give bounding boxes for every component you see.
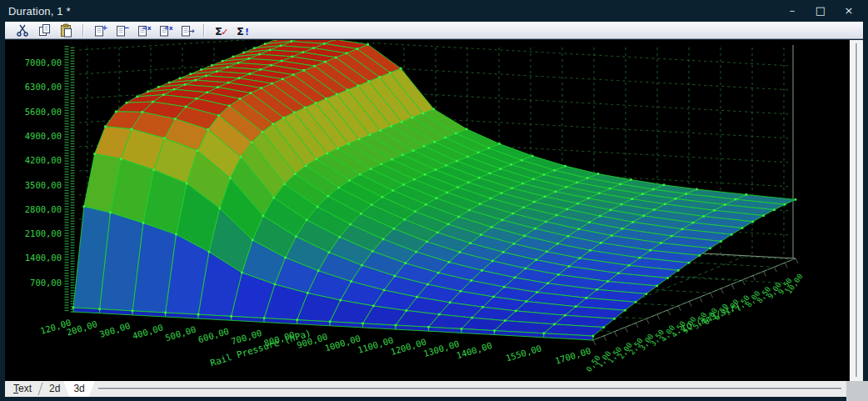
toolbar-button-map-move[interactable]: → [177,23,197,38]
toolbar-button-cut[interactable] [13,23,32,38]
toolbar: +−=x+x→Σ✓Σ! [5,22,863,39]
maximize-button[interactable]: □ [806,0,835,22]
svg-text:−: − [122,23,129,32]
svg-text:+x: +x [163,24,172,32]
svg-text:→: → [187,27,194,35]
vertical-scrollbar[interactable] [850,40,863,381]
map-insert-icon: + [93,23,108,38]
toolbar-button-sigma-alert[interactable]: Σ! [233,23,252,38]
titlebar: Duration, 1 * –□× [0,0,868,22]
svg-text:✓: ✓ [221,27,228,38]
horizontal-scrollbar-groove[interactable] [98,388,841,390]
map-add-x-icon: +x [158,23,173,38]
cut-icon [16,23,31,38]
tab-bar: Text2d3d [5,381,846,397]
sigma-check-icon: Σ✓ [214,23,229,38]
window-controls: –□× [778,0,863,22]
map-set-x-icon: =x [137,23,152,38]
map-move-icon: → [180,23,195,38]
close-button[interactable]: × [835,0,863,22]
toolbar-button-map-insert[interactable]: + [91,23,110,38]
toolbar-button-map-set-x[interactable]: =x [134,23,153,38]
toolbar-separator [82,24,84,37]
svg-text:!: ! [244,26,248,37]
app-window: Duration, 1 * –□× +−=x+x→Σ✓Σ! 7000,00630… [0,0,868,401]
sigma-alert-icon: Σ! [236,23,251,38]
window-title: Duration, 1 * [0,5,71,18]
view-tabs: Text2d3d [7,381,92,397]
copy-icon [37,23,52,38]
plot-canvas[interactable] [5,40,850,381]
toolbar-button-map-remove[interactable]: − [112,23,132,38]
toolbar-button-sigma-check[interactable]: Σ✓ [212,23,231,38]
tab-3d[interactable]: 3d [63,381,94,397]
svg-text:=x: =x [142,24,151,32]
toolbar-button-paste[interactable] [57,23,76,38]
svg-text:Σ: Σ [237,24,244,37]
vertical-scrollbar-groove [856,43,858,377]
paste-icon [59,23,74,38]
svg-text:+: + [101,23,107,32]
toolbar-button-copy[interactable] [35,23,54,38]
map-remove-icon: − [115,23,130,38]
toolbar-button-map-add-x[interactable]: +x [156,23,175,38]
minimize-button[interactable]: – [778,0,806,22]
resize-gripper[interactable] [846,381,868,401]
tab-text[interactable]: Text [3,381,42,397]
toolbar-separator [203,24,205,37]
